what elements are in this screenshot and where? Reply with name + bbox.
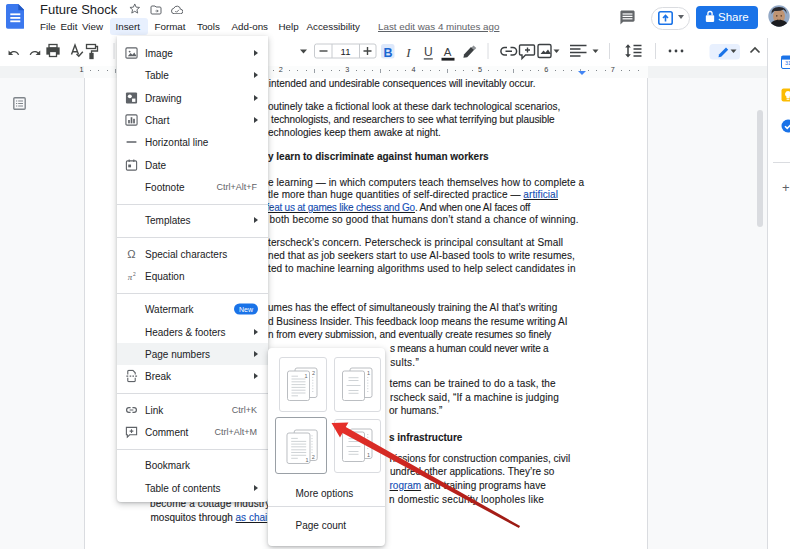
svg-text:I: I (405, 45, 411, 60)
svg-text:11: 11 (341, 46, 351, 57)
svg-text:1: 1 (366, 369, 369, 375)
svg-text:31: 31 (785, 60, 790, 66)
svg-text:B: B (383, 46, 392, 60)
svg-text:U: U (424, 45, 433, 59)
svg-text:1: 1 (306, 458, 309, 464)
svg-text:2: 2 (312, 369, 315, 375)
svg-text:A: A (444, 46, 452, 58)
svg-text:π: π (128, 272, 133, 282)
svg-text:2: 2 (133, 272, 136, 277)
svg-text:Ω: Ω (127, 248, 135, 260)
svg-text:1: 1 (304, 372, 307, 378)
